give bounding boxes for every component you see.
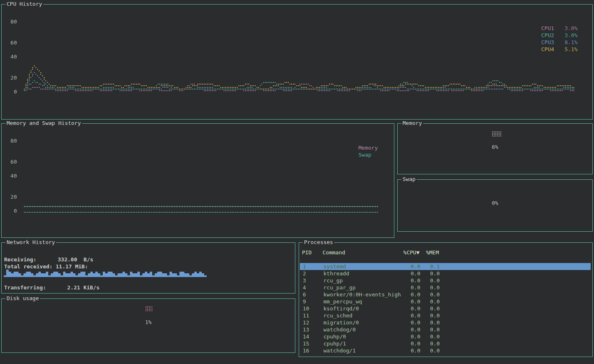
memory-swap-history-panel: Memory and Swap History 806040200 Memory… xyxy=(1,123,394,238)
swap-gauge-panel: Swap 0% xyxy=(397,179,593,232)
system-monitor-screen: { "colors": { "background": "#2a2c2d", "… xyxy=(0,0,594,364)
process-pid: 15 xyxy=(303,340,321,347)
process-mem-percent: 0.0 xyxy=(424,347,440,354)
column-header-pid[interactable]: PID xyxy=(302,249,320,256)
cpu-legend-value: 5.1% xyxy=(565,46,578,53)
process-cpu-percent: 0.0 xyxy=(395,319,420,326)
process-row[interactable]: 4rcu_par_gp0.00.0 xyxy=(300,284,591,291)
process-row[interactable]: 6kworker/0:0H-events_high0.00.0 xyxy=(300,291,591,298)
process-command: watchdog/0 xyxy=(323,326,406,333)
cpu-legend-value: 3.0% xyxy=(565,25,578,32)
cpu-history-panel: CPU History 806040200 CPU13.0%CPU23.0%CP… xyxy=(1,4,593,120)
process-row[interactable]: 3rcu_gp0.00.0 xyxy=(300,277,591,284)
process-row[interactable]: 13watchdog/00.00.0 xyxy=(300,326,591,333)
process-cpu-percent: 0.0 xyxy=(395,263,420,270)
process-cpu-percent: 0.0 xyxy=(395,312,420,319)
process-mem-percent: 0.0 xyxy=(424,291,440,298)
cpu-legend-name: CPU4 xyxy=(541,46,554,53)
process-pid: 10 xyxy=(303,305,321,312)
process-pid: 2 xyxy=(303,270,321,277)
cpu-legend-name: CPU3 xyxy=(541,39,554,46)
process-pid: 16 xyxy=(303,347,321,354)
process-cpu-percent: 0.0 xyxy=(395,277,420,284)
process-row[interactable]: 10ksoftirqd/00.00.0 xyxy=(300,305,591,312)
cpu-legend-name: CPU1 xyxy=(541,25,554,32)
process-command: mm_percpu_wq xyxy=(323,298,406,305)
process-command: kworker/0:0H-events_high xyxy=(323,291,406,298)
process-command: watchdog/1 xyxy=(323,347,406,354)
process-cpu-percent: 0.0 xyxy=(395,333,420,340)
cpu-legend-item: CPU45.1% xyxy=(541,46,578,53)
process-cpu-percent: 0.0 xyxy=(395,298,420,305)
process-pid: 4 xyxy=(303,284,321,291)
cpu-legend-name: CPU2 xyxy=(541,32,554,39)
process-row[interactable]: 16watchdog/10.00.0 xyxy=(300,347,591,354)
process-row[interactable]: 11rcu_sched0.00.0 xyxy=(300,312,591,319)
memory-gauge-panel: Memory 6% xyxy=(397,123,593,174)
disk-usage-panel: Disk usage 1% xyxy=(1,298,295,353)
column-header-cpu[interactable]: %CPU▼ xyxy=(394,249,420,256)
memory-gauge-title: Memory xyxy=(401,120,423,127)
column-header-mem[interactable]: %MEM xyxy=(423,249,439,256)
process-cpu-percent: 0.0 xyxy=(395,326,420,333)
process-row[interactable]: 9mm_percpu_wq0.00.0 xyxy=(300,298,591,305)
process-row[interactable]: 14cpuhp/00.00.0 xyxy=(300,333,591,340)
memory-gauge-percent: 6% xyxy=(398,143,592,150)
memory-legend-item: Memory xyxy=(358,144,378,151)
process-mem-percent: 0.0 xyxy=(424,270,440,277)
process-mem-percent: 0.0 xyxy=(424,277,440,284)
processes-panel: Processes PID Command %CPU▼ %MEM 1system… xyxy=(299,242,593,357)
process-pid: 11 xyxy=(303,312,321,319)
process-mem-percent: 0.0 xyxy=(424,333,440,340)
process-pid: 13 xyxy=(303,326,321,333)
process-pid: 3 xyxy=(303,277,321,284)
process-mem-percent: 0.0 xyxy=(424,298,440,305)
swap-gauge-title: Swap xyxy=(401,176,417,183)
process-row[interactable]: 12migration/00.00.0 xyxy=(300,319,591,326)
process-pid: 9 xyxy=(303,298,321,305)
process-mem-percent: 0.0 xyxy=(424,319,440,326)
cpu-legend-item: CPU23.0% xyxy=(541,32,578,39)
processes-title: Processes xyxy=(303,239,334,246)
process-row-selected[interactable]: 1systemd0.00.1 xyxy=(300,263,591,270)
process-mem-percent: 0.0 xyxy=(424,284,440,291)
network-history-panel: Network History Receiving: 332.00 B/s To… xyxy=(1,242,295,294)
process-table-header: PID Command %CPU▼ %MEM xyxy=(299,249,592,256)
transferring-value: 2.21 KiB/s xyxy=(67,284,99,291)
disk-usage-title: Disk usage xyxy=(5,295,40,302)
process-pid: 1 xyxy=(303,263,321,270)
process-mem-percent: 0.0 xyxy=(424,340,440,347)
process-command: kthreadd xyxy=(323,270,406,277)
process-mem-percent: 0.0 xyxy=(424,305,440,312)
process-cpu-percent: 0.0 xyxy=(395,340,420,347)
memory-swap-history-chart xyxy=(2,124,394,237)
process-command: rcu_sched xyxy=(323,312,406,319)
process-pid: 6 xyxy=(303,291,321,298)
process-cpu-percent: 0.0 xyxy=(395,347,420,354)
process-command: cpuhp/1 xyxy=(323,340,406,347)
process-cpu-percent: 0.0 xyxy=(395,305,420,312)
process-pid: 12 xyxy=(303,319,321,326)
process-cpu-percent: 0.0 xyxy=(395,284,420,291)
process-mem-percent: 0.0 xyxy=(424,326,440,333)
cpu-legend-value: 8.1% xyxy=(565,39,578,46)
process-cpu-percent: 0.0 xyxy=(395,291,420,298)
process-command: rcu_gp xyxy=(323,277,406,284)
process-command: systemd xyxy=(323,263,406,270)
process-command: cpuhp/0 xyxy=(323,333,406,340)
process-pid: 14 xyxy=(303,333,321,340)
process-mem-percent: 0.1 xyxy=(424,263,440,270)
transferring-label: Transferring: xyxy=(4,284,46,291)
process-row[interactable]: 15cpuhp/10.00.0 xyxy=(300,340,591,347)
process-row[interactable]: 2kthreadd0.00.0 xyxy=(300,270,591,277)
disk-gauge-percent: 1% xyxy=(2,319,295,326)
cpu-legend-item: CPU13.0% xyxy=(541,25,578,32)
cpu-legend-value: 3.0% xyxy=(565,32,578,39)
column-header-command[interactable]: Command xyxy=(323,249,405,256)
process-command: migration/0 xyxy=(323,319,406,326)
swap-legend-item: Swap xyxy=(358,151,371,158)
swap-gauge-percent: 0% xyxy=(398,200,592,207)
process-command: ksoftirqd/0 xyxy=(323,305,406,312)
disk-gauge-dots-icon xyxy=(145,306,153,311)
process-mem-percent: 0.0 xyxy=(424,312,440,319)
